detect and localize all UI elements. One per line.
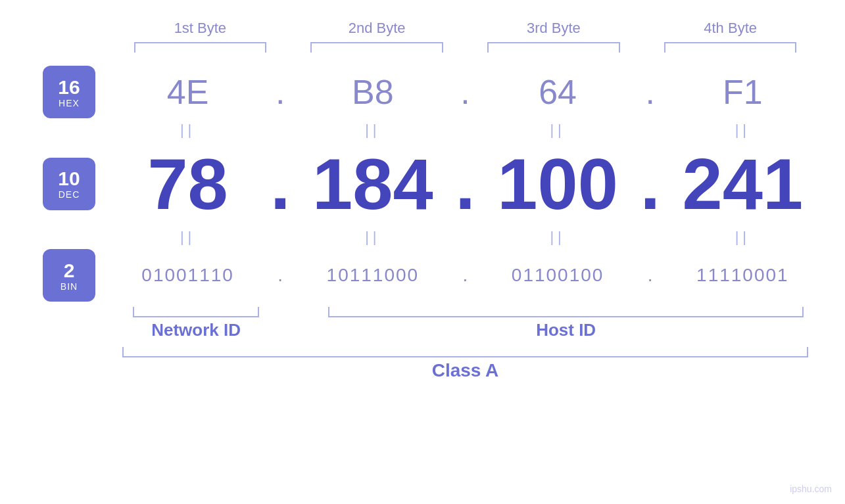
- bin-dot1: .: [264, 265, 297, 286]
- bin-b3: 01100100: [482, 265, 634, 286]
- byte3-label: 3rd Byte: [466, 20, 642, 37]
- bin-badge-num: 2: [64, 260, 75, 281]
- dec-badge-label: DEC: [59, 189, 80, 200]
- bracket-cell-2: [289, 42, 466, 53]
- bin-badge-col: 2 BIN: [26, 249, 112, 302]
- dec-badge-num: 10: [58, 168, 80, 189]
- bracket-top-3: [487, 42, 620, 53]
- byte4-label: 4th Byte: [642, 20, 819, 37]
- hex-row: 16 HEX 4E . B8 . 64 . F1: [26, 66, 819, 118]
- hex-badge-num: 16: [58, 76, 80, 98]
- dec-b3: 100: [482, 142, 634, 225]
- watermark: ipshu.com: [790, 484, 832, 494]
- bin-badge: 2 BIN: [43, 249, 95, 302]
- class-label: Class A: [112, 360, 819, 381]
- host-bracket-wrap: [313, 307, 819, 317]
- bracket-cell-1: [112, 42, 289, 53]
- network-host-labels: Network ID Host ID: [26, 320, 819, 340]
- eq2-b2: ||: [297, 229, 448, 246]
- hex-b2: B8: [297, 72, 448, 112]
- bracket-cell-4: [642, 42, 819, 53]
- bin-b2: 10111000: [297, 265, 448, 286]
- eq2-b4: ||: [667, 229, 819, 246]
- bin-dot2: .: [449, 265, 482, 286]
- equals-row-2: || || || ||: [26, 229, 819, 246]
- bin-b1: 01001110: [112, 265, 264, 286]
- bin-row: 2 BIN 01001110 . 10111000 . 01100100 . 1…: [26, 249, 819, 302]
- equals-row-1: || || || ||: [26, 122, 819, 139]
- hex-dot2: .: [449, 72, 482, 112]
- hex-badge-label: HEX: [59, 98, 80, 108]
- class-bracket-wrap: [112, 347, 819, 357]
- bin-badge-label: BIN: [60, 281, 78, 292]
- eq2-b3: ||: [482, 229, 634, 246]
- dec-b2: 184: [297, 142, 448, 225]
- eq2-b1: ||: [112, 229, 264, 246]
- bracket-top-4: [664, 42, 797, 53]
- bracket-dot-spacer-1: [280, 307, 313, 317]
- dec-badge-col: 10 DEC: [26, 158, 112, 210]
- eq1-b2: ||: [297, 122, 448, 139]
- dec-dot3: .: [634, 142, 667, 225]
- eq1-b1: ||: [112, 122, 264, 139]
- eq1-b3: ||: [482, 122, 634, 139]
- class-bracket: [122, 347, 808, 357]
- hex-dot1: .: [264, 72, 297, 112]
- bin-dot3: .: [634, 265, 667, 286]
- hex-b3: 64: [482, 72, 634, 112]
- hex-badge-col: 16 HEX: [26, 66, 112, 118]
- dec-row: 10 DEC 78 . 184 . 100 . 241: [26, 142, 819, 225]
- bracket-cell-3: [466, 42, 642, 53]
- eq1-b4: ||: [667, 122, 819, 139]
- top-brackets: [26, 42, 819, 53]
- network-id-label: Network ID: [112, 320, 280, 340]
- class-label-row: Class A: [26, 360, 819, 381]
- class-bracket-row: [26, 347, 819, 357]
- host-bracket: [328, 307, 804, 317]
- hex-badge: 16 HEX: [43, 66, 95, 118]
- bottom-bracket-row: [26, 307, 819, 317]
- dec-dot2: .: [449, 142, 482, 225]
- main-container: 1st Byte 2nd Byte 3rd Byte 4th Byte 16 H…: [0, 0, 845, 504]
- bin-b4: 11110001: [667, 265, 819, 286]
- dec-b4: 241: [667, 142, 819, 225]
- hex-b4: F1: [667, 72, 819, 112]
- network-bracket: [133, 307, 259, 317]
- hex-dot3: .: [634, 72, 667, 112]
- hex-b1: 4E: [112, 72, 264, 112]
- byte-headers: 1st Byte 2nd Byte 3rd Byte 4th Byte: [26, 20, 819, 37]
- host-id-label: Host ID: [313, 320, 819, 340]
- label-dot-spacer: [280, 320, 313, 340]
- byte2-label: 2nd Byte: [289, 20, 466, 37]
- dec-badge: 10 DEC: [43, 158, 95, 210]
- dec-dot1: .: [264, 142, 297, 225]
- bracket-top-2: [310, 42, 443, 53]
- network-bracket-wrap: [112, 307, 280, 317]
- byte1-label: 1st Byte: [112, 20, 289, 37]
- bracket-top-1: [134, 42, 267, 53]
- dec-b1: 78: [112, 142, 264, 225]
